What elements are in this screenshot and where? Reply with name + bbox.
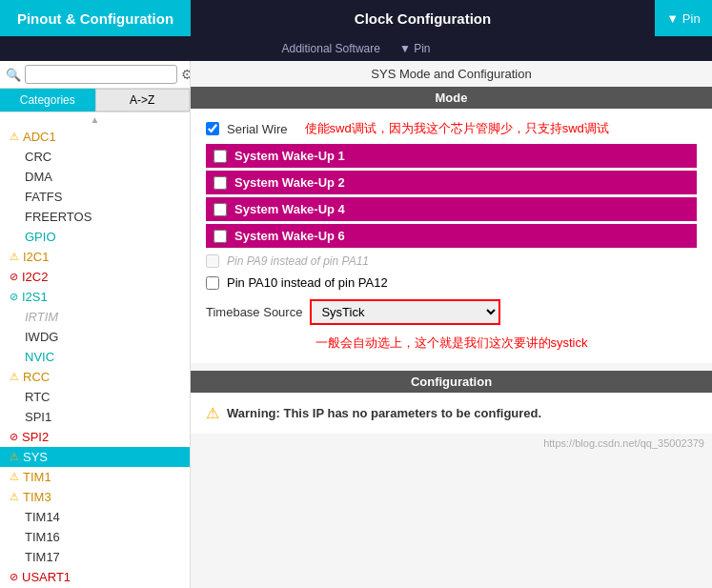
sidebar-item-fatfs[interactable]: FATFS bbox=[0, 187, 190, 207]
wake-up-4-checkbox[interactable] bbox=[214, 203, 227, 216]
sidebar-item-spi2[interactable]: ⊘ SPI2 bbox=[0, 427, 190, 447]
sidebar-item-tim14[interactable]: TIM14 bbox=[0, 507, 190, 527]
serial-wire-row: Serial Wire 使能swd调试，因为我这个芯片管脚少，只支持swd调试 bbox=[206, 116, 697, 141]
main-content: SYS Mode and Configuration Mode Serial W… bbox=[191, 61, 712, 588]
cross-icon-i2s1: ⊘ bbox=[10, 291, 18, 303]
pin-pa9-label: Pin PA9 instead of pin PA11 bbox=[227, 254, 369, 268]
wake-up-1-row: System Wake-Up 1 bbox=[206, 144, 697, 168]
config-section-header: Configuration bbox=[191, 371, 712, 393]
search-input[interactable] bbox=[25, 65, 177, 84]
pin-right-label: ▼ Pin bbox=[666, 11, 700, 26]
pin-pa10-row: Pin PA10 instead of pin PA12 bbox=[206, 272, 697, 294]
search-bar: 🔍 ⚙ bbox=[0, 61, 190, 89]
wake-up-6-row: System Wake-Up 6 bbox=[206, 224, 697, 248]
mode-section-header: Mode bbox=[191, 87, 712, 109]
sidebar-item-tim16[interactable]: TIM16 bbox=[0, 527, 190, 547]
sidebar-item-freertos[interactable]: FREERTOS bbox=[0, 207, 190, 227]
sidebar-item-irtim[interactable]: IRTIM bbox=[0, 307, 190, 327]
tab-bar: Categories A->Z bbox=[0, 89, 190, 112]
tab-categories[interactable]: Categories bbox=[0, 89, 95, 112]
pin-pa9-checkbox[interactable] bbox=[206, 254, 219, 268]
watermark: https://blog.csdn.net/qq_35002379 bbox=[191, 434, 712, 453]
sidebar-item-i2s1[interactable]: ⊘ I2S1 bbox=[0, 287, 190, 307]
scroll-up-indicator: ▲ bbox=[0, 112, 190, 127]
pin-sub-link[interactable]: ▼ Pin bbox=[399, 42, 431, 55]
wake-up-4-row: System Wake-Up 4 bbox=[206, 197, 697, 221]
serial-wire-annotation: 使能swd调试，因为我这个芯片管脚少，只支持swd调试 bbox=[305, 120, 609, 137]
sidebar-item-dma[interactable]: DMA bbox=[0, 167, 190, 187]
sidebar-item-tim1[interactable]: ⚠ TIM1 bbox=[0, 467, 190, 487]
wake-up-2-label: System Wake-Up 2 bbox=[234, 175, 345, 190]
pinout-tab[interactable]: Pinout & Configuration bbox=[0, 0, 191, 36]
sidebar-item-i2c2[interactable]: ⊘ I2C2 bbox=[0, 267, 190, 287]
sidebar-item-sys[interactable]: ⚠ SYS bbox=[0, 447, 190, 467]
additional-software-link[interactable]: Additional Software bbox=[282, 42, 380, 55]
tab-az[interactable]: A->Z bbox=[95, 89, 191, 112]
cross-icon-spi2: ⊘ bbox=[10, 431, 18, 443]
warning-icon-i2c1: ⚠ bbox=[10, 251, 19, 263]
wake-up-1-label: System Wake-Up 1 bbox=[234, 149, 345, 163]
warning-box: ⚠ Warning: This IP has no parameters to … bbox=[191, 393, 712, 434]
pin-pa9-row: Pin PA9 instead of pin PA11 bbox=[206, 251, 697, 272]
wake-up-4-label: System Wake-Up 4 bbox=[234, 202, 345, 216]
wake-up-2-checkbox[interactable] bbox=[214, 176, 227, 190]
sidebar-item-iwdg[interactable]: IWDG bbox=[0, 327, 190, 347]
sidebar-item-tim3[interactable]: ⚠ TIM3 bbox=[0, 487, 190, 507]
warning-icon-rcc: ⚠ bbox=[10, 371, 19, 383]
warning-icon-adc1: ⚠ bbox=[10, 131, 19, 143]
warning-icon-sys: ⚠ bbox=[10, 451, 19, 463]
sidebar-item-nvic[interactable]: NVIC bbox=[0, 347, 190, 367]
timebase-label: Timebase Source bbox=[206, 305, 302, 319]
wake-up-2-row: System Wake-Up 2 bbox=[206, 171, 697, 194]
sidebar: 🔍 ⚙ Categories A->Z ▲ ⚠ ADC1 CRC bbox=[0, 61, 191, 588]
timebase-annotation: 一般会自动选上，这个就是我们这次要讲的systick bbox=[206, 331, 697, 355]
serial-wire-label: Serial Wire bbox=[227, 122, 288, 136]
wake-up-6-label: System Wake-Up 6 bbox=[234, 229, 345, 243]
sidebar-list: ⚠ ADC1 CRC DMA FATFS FREERTOS GPIO bbox=[0, 127, 190, 588]
warning-message: Warning: This IP has no parameters to be… bbox=[227, 406, 541, 420]
sidebar-item-crc[interactable]: CRC bbox=[0, 147, 190, 167]
sys-mode-title: SYS Mode and Configuration bbox=[191, 61, 712, 87]
cross-icon-usart1: ⊘ bbox=[10, 571, 18, 583]
clock-tab[interactable]: Clock Configuration bbox=[191, 0, 655, 36]
timebase-select[interactable]: SysTick TIM1 TIM3 bbox=[310, 299, 500, 325]
sidebar-item-gpio[interactable]: GPIO bbox=[0, 227, 190, 247]
gear-icon[interactable]: ⚙ bbox=[181, 67, 191, 82]
sidebar-item-rtc[interactable]: RTC bbox=[0, 387, 190, 407]
pin-pa10-label: Pin PA10 instead of pin PA12 bbox=[227, 275, 388, 290]
serial-wire-checkbox[interactable] bbox=[206, 122, 219, 135]
config-section: Configuration ⚠ Warning: This IP has no … bbox=[191, 371, 712, 434]
pinout-label: Pinout & Configuration bbox=[17, 10, 173, 27]
warning-triangle-icon: ⚠ bbox=[206, 404, 219, 422]
sub-header: Additional Software ▼ Pin bbox=[0, 36, 712, 61]
search-icon: 🔍 bbox=[6, 68, 21, 82]
warning-icon-tim3: ⚠ bbox=[10, 491, 19, 503]
sidebar-item-spi1[interactable]: SPI1 bbox=[0, 407, 190, 427]
sidebar-item-usart1[interactable]: ⊘ USART1 bbox=[0, 567, 190, 587]
sidebar-item-i2c1[interactable]: ⚠ I2C1 bbox=[0, 247, 190, 267]
timebase-row: Timebase Source SysTick TIM1 TIM3 bbox=[206, 294, 697, 331]
mode-section: Serial Wire 使能swd调试，因为我这个芯片管脚少，只支持swd调试 … bbox=[191, 109, 712, 363]
wake-up-6-checkbox[interactable] bbox=[214, 230, 227, 243]
clock-label: Clock Configuration bbox=[355, 10, 491, 27]
warning-icon-tim1: ⚠ bbox=[10, 471, 19, 483]
pin-right-tab[interactable]: ▼ Pin bbox=[655, 0, 712, 36]
wake-up-1-checkbox[interactable] bbox=[214, 150, 227, 163]
sidebar-item-rcc[interactable]: ⚠ RCC bbox=[0, 367, 190, 387]
sidebar-item-tim17[interactable]: TIM17 bbox=[0, 547, 190, 567]
cross-icon-i2c2: ⊘ bbox=[10, 271, 18, 283]
pin-pa10-checkbox[interactable] bbox=[206, 276, 219, 290]
sidebar-item-adc1[interactable]: ⚠ ADC1 bbox=[0, 127, 190, 147]
